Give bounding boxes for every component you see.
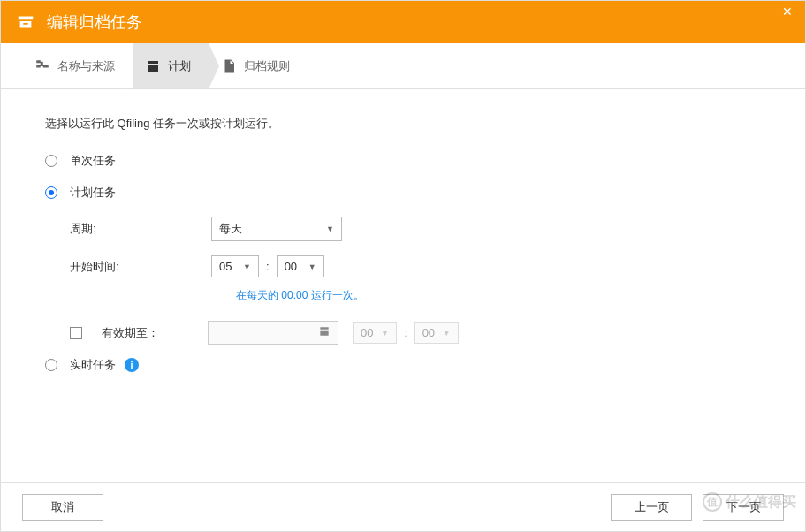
start-time-label: 开始时间: xyxy=(70,259,211,275)
period-select[interactable]: 每天 ▼ xyxy=(211,217,342,241)
instruction-text: 选择以运行此 Qfiling 任务一次或按计划运行。 xyxy=(45,116,761,132)
time-separator: : xyxy=(266,260,270,273)
content-area: 选择以运行此 Qfiling 任务一次或按计划运行。 单次任务 计划任务 周期:… xyxy=(1,89,805,482)
period-label: 周期: xyxy=(70,221,211,237)
step-label: 名称与来源 xyxy=(57,58,115,74)
time-separator: : xyxy=(404,326,407,339)
dialog-footer: 取消 上一页 下一页 xyxy=(1,482,805,531)
chevron-down-icon: ▼ xyxy=(308,262,316,271)
chevron-down-icon: ▼ xyxy=(326,224,334,233)
expire-minute-value: 00 xyxy=(422,326,435,339)
step-label: 归档规则 xyxy=(244,58,290,74)
radio-scheduled-label[interactable]: 计划任务 xyxy=(70,185,116,201)
period-value: 每天 xyxy=(219,221,242,237)
step-name-source[interactable]: 名称与来源 xyxy=(22,43,133,88)
start-hour-value: 05 xyxy=(219,260,232,273)
close-icon[interactable]: ✕ xyxy=(779,3,796,20)
folder-tree-icon xyxy=(34,58,50,74)
schedule-hint: 在每天的 00:00 运行一次。 xyxy=(236,288,761,303)
prev-button[interactable]: 上一页 xyxy=(611,494,692,521)
next-button[interactable]: 下一页 xyxy=(703,494,784,521)
expire-date-input[interactable] xyxy=(208,321,338,345)
step-schedule[interactable]: 计划 xyxy=(133,43,209,88)
start-minute-select[interactable]: 00 ▼ xyxy=(277,255,324,277)
chevron-down-icon: ▼ xyxy=(443,329,451,338)
chevron-down-icon: ▼ xyxy=(243,262,251,271)
radio-realtime-label[interactable]: 实时任务 xyxy=(70,357,116,373)
rules-icon xyxy=(221,58,237,74)
expire-hour-value: 00 xyxy=(361,326,373,339)
radio-realtime-task[interactable] xyxy=(45,359,57,371)
calendar-picker-icon xyxy=(318,325,331,340)
radio-single-label[interactable]: 单次任务 xyxy=(70,153,116,169)
archive-icon xyxy=(15,11,36,33)
cancel-button[interactable]: 取消 xyxy=(22,494,103,521)
start-minute-value: 00 xyxy=(285,260,297,273)
expire-checkbox[interactable] xyxy=(70,327,82,339)
step-archive-rules[interactable]: 归档规则 xyxy=(209,43,308,88)
radio-single-task[interactable] xyxy=(45,155,57,167)
wizard-steps: 名称与来源 计划 归档规则 xyxy=(1,43,805,89)
expire-minute-select[interactable]: 00 ▼ xyxy=(414,322,459,344)
radio-scheduled-task[interactable] xyxy=(45,186,57,199)
dialog-header: 编辑归档任务 ✕ xyxy=(1,1,805,43)
dialog-title: 编辑归档任务 xyxy=(47,11,142,33)
chevron-down-icon: ▼ xyxy=(381,329,389,338)
calendar-icon xyxy=(145,58,161,74)
info-icon[interactable]: i xyxy=(125,358,139,372)
step-label: 计划 xyxy=(168,58,191,74)
start-hour-select[interactable]: 05 ▼ xyxy=(211,255,259,277)
expire-hour-select[interactable]: 00 ▼ xyxy=(353,322,397,344)
expire-label: 有效期至： xyxy=(102,325,208,341)
